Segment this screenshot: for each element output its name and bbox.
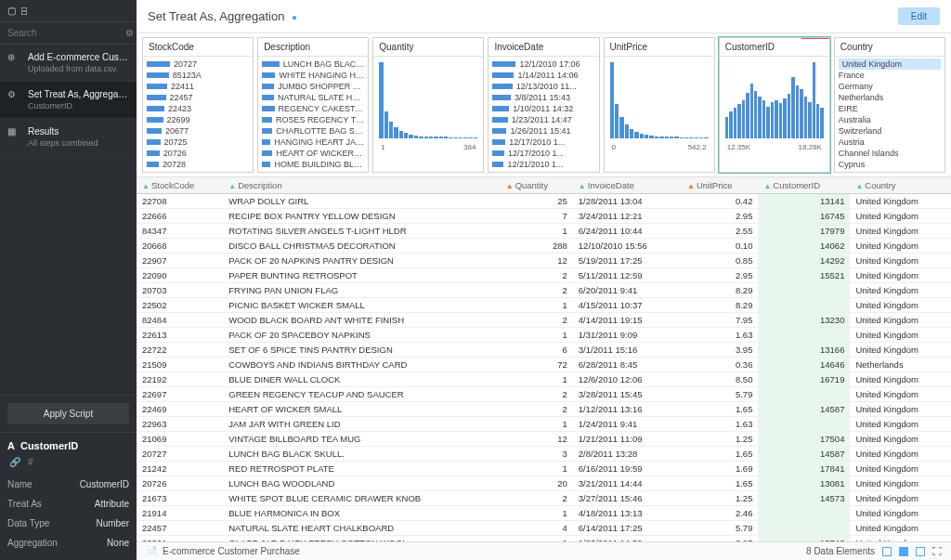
sidebar-search: ⚙ [0, 22, 137, 45]
profile-invoicedate[interactable]: InvoiceDate12/1/2010 17:061/14/2011 14:0… [488, 37, 599, 173]
edit-button[interactable]: Edit [898, 7, 940, 25]
step-title: Results [28, 126, 98, 137]
table-row[interactable]: 82484WOOD BLACK BOARD ANT WHITE FINISH24… [137, 313, 951, 328]
results-icon: ▦ [7, 126, 20, 148]
table-row[interactable]: 22907PACK OF 20 NAPKINS PANTRY DESIGN125… [137, 254, 951, 268]
table-row[interactable]: 20668DISCO BALL CHRISTMAS DECORATION2881… [137, 239, 951, 254]
table-row[interactable]: 22613PACK OF 20 SPACEBOY NAPKINS11/31/20… [137, 328, 951, 343]
profile-description[interactable]: DescriptionLUNCH BAG BLACK SKULL.WHITE H… [257, 37, 369, 173]
step-add-source[interactable]: ⊕ Add E-commerce Custom... Uploaded from… [0, 45, 137, 82]
table-row[interactable]: 21509COWBOYS AND INDIANS BIRTHDAY CARD72… [137, 358, 951, 372]
table-row[interactable]: 20726LUNCH BAG WOODLAND203/21/2011 14:44… [137, 476, 951, 491]
table-row[interactable]: 22666RECIPE BOX PANTRY YELLOW DESIGN73/2… [137, 209, 951, 224]
table-row[interactable]: 22963JAM JAR WITH GREEN LID11/24/2011 9:… [137, 417, 951, 432]
step-set-treat-as[interactable]: ⚙ Set Treat As, Aggregation● CustomerID [0, 82, 137, 119]
hash-icon[interactable]: # [28, 457, 33, 467]
main-panel: Set Treat As, Aggregation ● Edit StockCo… [137, 0, 951, 560]
dataset-icon: 📄 [146, 546, 157, 556]
column-header[interactable]: ▲Description [223, 177, 500, 194]
column-header[interactable]: ▲StockCode [137, 177, 223, 194]
view-toggle-3[interactable] [916, 547, 925, 556]
table-row[interactable]: 21914BLUE HARMONICA IN BOX14/18/2011 13:… [137, 506, 951, 521]
column-header[interactable]: ▲Country [850, 177, 951, 194]
search-settings-icon[interactable]: ⚙ [125, 28, 134, 38]
table-row[interactable]: 84347ROTATING SILVER ANGELS T-LIGHT HLDR… [137, 224, 951, 239]
profile-quantity[interactable]: Quantity1384 [372, 37, 484, 173]
data-grid[interactable]: ▲StockCode▲Description▲Quantity▲InvoiceD… [137, 177, 951, 541]
table-row[interactable]: 20727LUNCH BAG BLACK SKULL.32/8/2011 13:… [137, 447, 951, 462]
gear-icon: ⚙ [7, 89, 20, 111]
table-row[interactable]: 22697GREEN REGENCY TEACUP AND SAUCER23/2… [137, 387, 951, 402]
table-row[interactable]: 21673WHITE SPOT BLUE CERAMIC DRAWER KNOB… [137, 491, 951, 506]
table-row[interactable]: 22457NATURAL SLATE HEART CHALKBOARD46/14… [137, 521, 951, 536]
steps-list: ⊕ Add E-commerce Custom... Uploaded from… [0, 45, 137, 395]
page-title: Set Treat As, Aggregation ● [148, 9, 297, 23]
table-row[interactable]: 22722SET OF 6 SPICE TINS PANTRY DESIGN63… [137, 343, 951, 358]
table-row[interactable]: 22502PICNIC BASKET WICKER SMALL14/15/201… [137, 298, 951, 313]
status-bar: 📄 E-commerce Customer Purchase 8 Data El… [137, 541, 951, 560]
column-header[interactable]: ▲CustomerID [758, 177, 850, 194]
table-row[interactable]: 22090PAPER BUNTING RETROSPOT25/11/2011 1… [137, 268, 951, 283]
step-results[interactable]: ▦ Results All steps combined [0, 119, 137, 156]
column-header[interactable]: ▲InvoiceDate [573, 177, 682, 194]
sidebar: ▢ ⌸ ⚙ ⊕ Add E-commerce Custom... Uploade… [0, 0, 137, 560]
property-row[interactable]: NameCustomerID [7, 475, 129, 494]
column-profiles: StockCode2072785123A22411224572242322699… [137, 33, 951, 177]
view-toggle-1[interactable] [882, 547, 892, 556]
property-row[interactable]: Data TypeNumber [7, 514, 129, 533]
profile-unitprice[interactable]: UnitPrice0542.2 [604, 37, 715, 173]
profile-customerid[interactable]: CustomerID12.35K18.28K [719, 37, 830, 173]
page-header: Set Treat As, Aggregation ● Edit [137, 0, 951, 33]
apply-script-button[interactable]: Apply Script [7, 403, 129, 424]
step-subtitle: Uploaded from data.csv. [28, 64, 129, 73]
column-header[interactable]: ▲UnitPrice [682, 177, 758, 194]
property-row[interactable]: Treat AsAttribute [7, 494, 129, 514]
table-row[interactable]: 20703FRYING PAN UNION FLAG26/20/2011 9:4… [137, 283, 951, 298]
table-row[interactable]: 21069VINTAGE BILLBOARD TEA MUG121/21/201… [137, 432, 951, 447]
property-row[interactable]: AggregationNone [7, 533, 129, 553]
attribute-type-badge: A [7, 440, 15, 451]
dataset-name: E-commerce Customer Purchase [163, 546, 300, 556]
step-subtitle: All steps combined [28, 138, 98, 148]
plus-icon: ⊕ [7, 52, 20, 73]
step-title: Add E-commerce Custom... [28, 52, 129, 62]
step-title: Set Treat As, Aggregation● [28, 89, 129, 99]
profile-country[interactable]: CountryUnited KingdomFranceGermanyNether… [834, 37, 945, 173]
table-row[interactable]: 22192BLUE DINER WALL CLOCK112/6/2010 12:… [137, 372, 951, 387]
view-toggle-2[interactable] [899, 547, 908, 556]
data-elements-count: 8 Data Elements [806, 546, 875, 556]
table-row[interactable]: 21242RED RETROSPOT PLATE16/16/2011 19:59… [137, 462, 951, 476]
link-icon[interactable]: 🔗 [9, 457, 20, 467]
column-header[interactable]: ▲Quantity [501, 177, 573, 194]
sidebar-toolbar: ▢ ⌸ [0, 0, 137, 22]
database-icon[interactable]: ⌸ [21, 6, 27, 16]
property-column-name: CustomerID [20, 440, 78, 451]
step-subtitle: CustomerID [28, 101, 129, 111]
table-row[interactable]: 22469HEART OF WICKER SMALL21/12/2011 13:… [137, 402, 951, 417]
expand-icon[interactable]: ⛶ [932, 546, 942, 556]
datasource-icon[interactable]: ▢ [7, 6, 16, 16]
table-row[interactable]: 22708WRAP DOLLY GIRL251/28/2011 13:040.4… [137, 194, 951, 209]
profile-stockcode[interactable]: StockCode2072785123A22411224572242322699… [142, 37, 254, 173]
column-properties: ACustomerID 🔗# NameCustomerIDTreat AsAtt… [0, 432, 137, 560]
search-input[interactable] [7, 28, 125, 38]
